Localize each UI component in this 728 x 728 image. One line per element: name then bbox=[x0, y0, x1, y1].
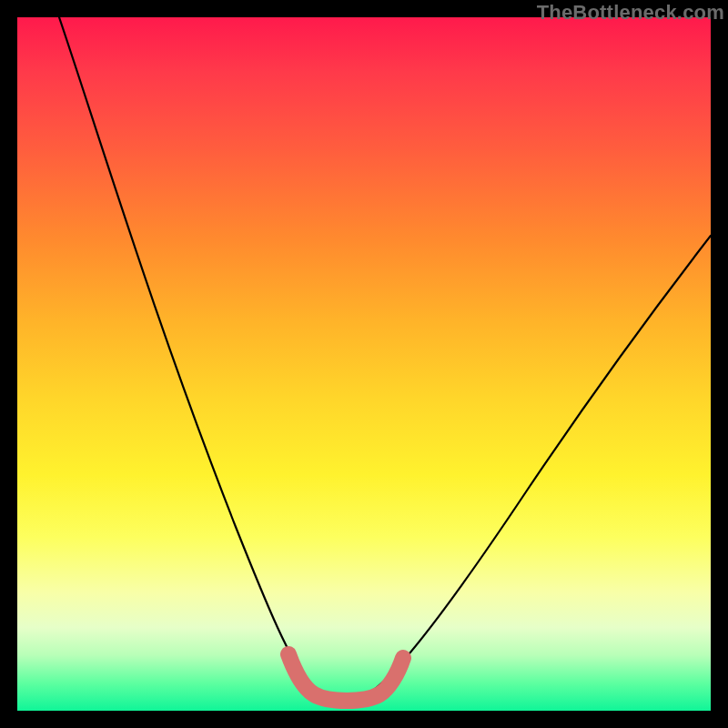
watermark-text: TheBottleneck.com bbox=[537, 1, 724, 25]
optimal-range-marker-path bbox=[288, 654, 403, 701]
plot-area bbox=[17, 17, 711, 711]
bottleneck-curve-path bbox=[59, 17, 711, 698]
chart-frame bbox=[17, 17, 711, 711]
bottleneck-curve bbox=[17, 17, 711, 711]
